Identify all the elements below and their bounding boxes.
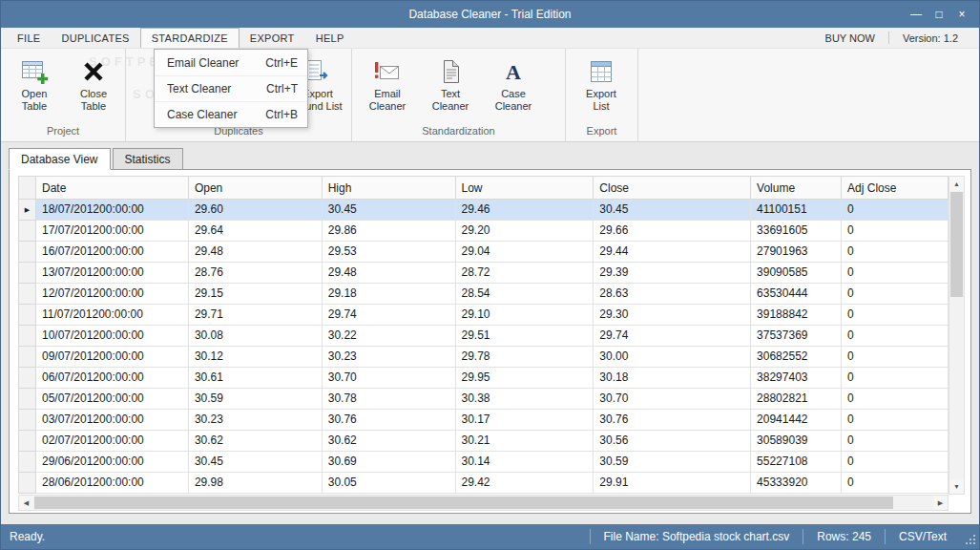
column-header-low[interactable]: Low xyxy=(455,177,594,200)
row-selector[interactable] xyxy=(19,347,36,368)
grid-cell: 27901963 xyxy=(751,242,842,263)
dropdown-item-shortcut: Ctrl+E xyxy=(265,56,298,70)
grid-cell: 0 xyxy=(842,221,949,242)
column-header-close[interactable]: Close xyxy=(594,177,751,200)
table-row[interactable]: 11/07/201200:00:0029.7129.7429.1029.3039… xyxy=(19,305,949,326)
grid-cell: 28802821 xyxy=(751,389,842,410)
dropdown-item-label: Case Cleaner xyxy=(167,108,237,121)
grid-cell: 29.51 xyxy=(455,326,594,347)
grid-cell: 37537369 xyxy=(751,326,842,347)
grid-cell: 29.66 xyxy=(594,221,751,242)
status-bar: Ready. File Name: Softpedia stock chart.… xyxy=(1,524,979,549)
horizontal-scrollbar[interactable]: ◀ ▶ xyxy=(18,495,949,511)
grid-cell: 29.48 xyxy=(188,242,322,263)
table-row[interactable]: 02/07/201200:00:0030.6230.6230.2130.5630… xyxy=(19,431,949,452)
menu-file[interactable]: FILE xyxy=(7,28,51,48)
column-header-high[interactable]: High xyxy=(322,177,455,200)
row-pointer-icon[interactable]: ▶ xyxy=(19,200,36,221)
tab-statistics[interactable]: Statistics xyxy=(113,148,183,170)
row-selector[interactable] xyxy=(19,242,36,263)
grid-cell: 09/07/201200:00:00 xyxy=(35,347,188,368)
grid-cell: 10/07/201200:00:00 xyxy=(35,326,188,347)
grid-cell: 0 xyxy=(842,410,949,431)
dropdown-item-text-cleaner[interactable]: Text CleanerCtrl+T xyxy=(155,75,307,101)
column-header-date[interactable]: Date xyxy=(35,177,188,200)
close-icon[interactable]: × xyxy=(950,5,973,24)
row-selector[interactable] xyxy=(19,452,36,473)
app-window: Database Cleaner - Trial Edition — □ × F… xyxy=(0,0,980,550)
grid-cell: 30.14 xyxy=(455,452,594,473)
minimize-icon[interactable]: — xyxy=(905,5,928,24)
row-selector[interactable] xyxy=(19,389,36,410)
resize-grip-icon[interactable] xyxy=(960,524,979,549)
table-row[interactable]: 13/07/201200:00:0028.7629.4828.7229.3939… xyxy=(19,263,949,284)
grid-cell: 29.10 xyxy=(455,305,594,326)
row-selector[interactable] xyxy=(19,221,36,242)
open-table-button[interactable]: Open Table xyxy=(5,53,64,116)
grid-cell: 45333920 xyxy=(751,473,842,494)
row-selector[interactable] xyxy=(19,284,36,305)
grid-cell: 28.54 xyxy=(455,284,594,305)
title-bar: Database Cleaner - Trial Edition — □ × xyxy=(1,1,979,28)
grid-cell: 0 xyxy=(842,305,949,326)
maximize-icon[interactable]: □ xyxy=(928,5,950,24)
menu-export[interactable]: EXPORT xyxy=(240,28,305,48)
row-selector[interactable] xyxy=(19,368,36,389)
column-header-volume[interactable]: Volume xyxy=(751,177,842,200)
table-row[interactable]: 05/07/201200:00:0030.5930.7830.3830.7028… xyxy=(19,389,949,410)
email-cleaner-button[interactable]: Email Cleaner xyxy=(356,53,419,116)
row-selector[interactable] xyxy=(19,263,36,284)
menu-help[interactable]: HELP xyxy=(305,28,355,48)
table-row[interactable]: 29/06/201200:00:0030.4530.6930.1430.5955… xyxy=(19,452,949,473)
grid-cell: 30.18 xyxy=(594,368,751,389)
case-cleaner-button[interactable]: ACase Cleaner xyxy=(482,53,545,116)
row-selector[interactable] xyxy=(19,305,36,326)
scroll-down-icon[interactable]: ▼ xyxy=(949,479,964,494)
row-selector[interactable] xyxy=(19,410,36,431)
row-selector[interactable] xyxy=(19,431,36,452)
grid-cell: 0 xyxy=(842,347,949,368)
table-row[interactable]: 12/07/201200:00:0029.1529.1828.5428.6363… xyxy=(19,284,949,305)
menu-duplicates[interactable]: DUPLICATES xyxy=(51,28,139,48)
grid-cell: 29.86 xyxy=(322,221,455,242)
table-row[interactable]: 03/07/201200:00:0030.2330.7630.1730.7620… xyxy=(19,410,949,431)
grid-cell: 30.08 xyxy=(188,326,322,347)
grid-cell: 29.60 xyxy=(188,200,322,221)
scroll-up-icon[interactable]: ▲ xyxy=(949,177,964,191)
table-row[interactable]: 16/07/201200:00:0029.4829.5329.0429.4427… xyxy=(19,242,949,263)
buy-now-button[interactable]: BUY NOW xyxy=(812,32,888,44)
table-row[interactable]: 17/07/201200:00:0029.6429.8629.2029.6633… xyxy=(19,221,949,242)
row-selector[interactable] xyxy=(19,326,36,347)
table-row[interactable]: ▶18/07/201200:00:0029.6030.4529.4630.454… xyxy=(19,200,949,221)
column-header-open[interactable]: Open xyxy=(188,177,322,200)
dropdown-item-case-cleaner[interactable]: Case CleanerCtrl+B xyxy=(155,101,307,127)
grid-cell: 29.53 xyxy=(322,242,455,263)
horizontal-scroll-thumb[interactable] xyxy=(34,497,893,509)
dropdown-item-email-cleaner[interactable]: Email CleanerCtrl+E xyxy=(155,50,307,75)
menu-stardardize[interactable]: STARDARDIZE xyxy=(140,28,240,48)
scroll-left-icon[interactable]: ◀ xyxy=(19,496,33,510)
menu-items: FILEDUPLICATESSTARDARDIZEEXPORTHELP xyxy=(1,28,355,48)
export-list-button[interactable]: Export List xyxy=(570,53,633,116)
column-header-adj-close[interactable]: Adj Close xyxy=(842,177,949,200)
vertical-scrollbar[interactable]: ▲ ▼ xyxy=(949,176,965,495)
table-row[interactable]: 10/07/201200:00:0030.0830.2229.5129.7437… xyxy=(19,326,949,347)
grid-cell: 0 xyxy=(842,452,949,473)
text-cleaner-button[interactable]: Text Cleaner xyxy=(419,53,482,116)
row-selector[interactable] xyxy=(19,473,36,494)
tab-database-view[interactable]: Database View xyxy=(9,148,111,170)
grid-cell: 30.61 xyxy=(188,368,322,389)
scroll-right-icon[interactable]: ▶ xyxy=(933,496,948,510)
grid-cell: 30.78 xyxy=(322,389,455,410)
grid-cell: 30.22 xyxy=(322,326,455,347)
ribbon-button-label: Close Table xyxy=(65,88,122,113)
grid-cell: 03/07/201200:00:00 xyxy=(35,410,188,431)
grid-cell: 0 xyxy=(842,242,949,263)
table-row[interactable]: 09/07/201200:00:0030.1230.2329.7830.0030… xyxy=(19,347,949,368)
grid-cell: 06/07/201200:00:00 xyxy=(35,368,188,389)
table-row[interactable]: 28/06/201200:00:0029.9830.0529.4229.9145… xyxy=(19,473,949,494)
ribbon-button-label: Text Cleaner xyxy=(420,88,481,113)
vertical-scroll-thumb[interactable] xyxy=(950,192,963,297)
grid-cell: 18/07/201200:00:00 xyxy=(35,200,188,221)
table-row[interactable]: 06/07/201200:00:0030.6130.7029.9530.1838… xyxy=(19,368,949,389)
